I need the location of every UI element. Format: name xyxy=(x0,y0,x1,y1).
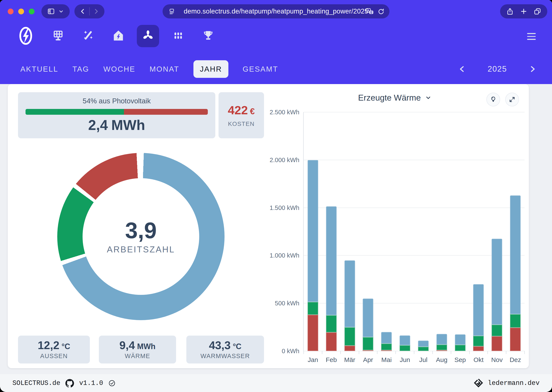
cop-label: ARBEITSZAHL xyxy=(107,245,175,254)
stacked-bar-Jan[interactable] xyxy=(307,160,318,351)
solectrus-logo[interactable] xyxy=(19,26,33,46)
bar-segment-red-bottom xyxy=(436,350,447,351)
main-content: 54% aus Photovoltaik 2,4 MWh 422 € KOSTE… xyxy=(0,84,552,368)
forward-button[interactable] xyxy=(93,8,99,15)
bar-segment-green-middle xyxy=(510,314,521,328)
back-button[interactable] xyxy=(79,8,86,15)
x-axis-tick xyxy=(359,351,359,354)
bar-segment-red-bottom xyxy=(326,332,337,351)
bar-segment-red-bottom xyxy=(363,350,373,351)
fullscreen-button[interactable] xyxy=(505,93,519,106)
lightbulb-icon xyxy=(489,96,497,103)
stacked-bar-Sep[interactable] xyxy=(455,334,466,351)
heat-value: 9,4 xyxy=(119,340,135,351)
heat-bar-chart[interactable]: 0 kWh500 kWh1.000 kWh1.500 kWh2.000 kWh2… xyxy=(303,112,524,351)
x-axis-tick xyxy=(451,351,451,354)
sidebar-item-top10[interactable] xyxy=(197,25,219,47)
stacked-bar-Jul[interactable] xyxy=(418,341,429,351)
bar-segment-green-middle xyxy=(307,302,318,315)
tab-gesamt[interactable]: GESAMT xyxy=(243,65,278,73)
gridline xyxy=(304,112,524,112)
y-axis-label: 2.500 kWh xyxy=(270,109,299,116)
bar-segment-blue-top xyxy=(381,332,392,344)
stacked-bar-Nov[interactable] xyxy=(491,239,502,351)
x-axis-label: Feb xyxy=(326,356,337,364)
sidebar-item-heatpump[interactable] xyxy=(137,25,159,47)
stacked-bar-Mai[interactable] xyxy=(381,332,392,351)
x-axis-label: Okt xyxy=(474,356,484,364)
tab-overview-icon[interactable] xyxy=(534,7,541,15)
chart-sensor-dropdown[interactable]: Erzeugte Wärme xyxy=(315,93,475,103)
address-bar[interactable]: demo.solectrus.de/heatpump/heatpump_heat… xyxy=(162,4,390,18)
x-axis-label: Sep xyxy=(454,356,466,364)
new-tab-icon[interactable] xyxy=(520,7,528,15)
energy-total: 2,4 MWh xyxy=(88,117,145,133)
bar-segment-green-middle xyxy=(455,345,466,351)
stacked-bar-Apr[interactable] xyxy=(363,299,373,351)
pv-progress-green xyxy=(26,109,124,115)
x-axis-tick xyxy=(506,351,506,354)
bar-segment-red-bottom xyxy=(473,346,484,351)
stacked-bar-Mär[interactable] xyxy=(344,260,355,351)
period-label: 2025 xyxy=(488,64,507,74)
stacked-bar-Aug[interactable] xyxy=(436,334,447,351)
x-axis-label: Dez xyxy=(510,356,521,364)
cop-donut-chart[interactable]: 3,9 ARBEITSZAHL xyxy=(57,153,224,320)
x-axis-label: Jul xyxy=(419,356,427,364)
version-label[interactable]: v1.1.0 xyxy=(79,379,103,387)
toolbar-right-group xyxy=(500,4,547,18)
tab-jahr[interactable]: JAHR xyxy=(193,60,228,78)
sidebar-item-solar[interactable] xyxy=(47,25,69,47)
previous-period-button[interactable] xyxy=(458,65,466,73)
x-axis-label: Jun xyxy=(400,356,410,364)
tab-aktuell[interactable]: AKTUELL xyxy=(20,65,58,73)
menu-icon[interactable] xyxy=(527,33,536,40)
share-icon[interactable] xyxy=(506,7,514,15)
tab-monat[interactable]: MONAT xyxy=(149,65,179,73)
next-period-button[interactable] xyxy=(528,65,537,73)
stacked-bar-Jun[interactable] xyxy=(399,335,410,351)
sidebar-item-house[interactable] xyxy=(107,25,130,47)
stacked-bar-Feb[interactable] xyxy=(326,206,337,351)
cost-panel: 422 € KOSTEN xyxy=(218,92,264,138)
sidebar-item-apps[interactable] xyxy=(167,25,189,47)
history-nav xyxy=(74,4,105,18)
bar-segment-green-middle xyxy=(363,337,373,350)
tab-tag[interactable]: TAG xyxy=(72,65,89,73)
minimize-button[interactable] xyxy=(18,9,24,14)
chevron-down-icon xyxy=(58,9,64,14)
hot-water-tile: 43,3°C WARMWASSER xyxy=(186,336,264,364)
sidebar-toggle[interactable] xyxy=(41,4,70,18)
heat-label: WÄRME xyxy=(125,353,150,360)
translate-icon[interactable]: A xyxy=(365,8,374,15)
bar-segment-blue-top xyxy=(307,160,318,302)
house-icon xyxy=(112,29,125,43)
reload-icon[interactable] xyxy=(377,8,385,15)
magic-wand-icon xyxy=(82,29,94,43)
cost-amount: 422 € xyxy=(228,103,255,117)
tab-woche[interactable]: WOCHE xyxy=(103,65,135,73)
github-icon[interactable] xyxy=(65,379,74,387)
x-axis-label: Apr xyxy=(363,356,373,364)
stacked-bar-Okt[interactable] xyxy=(473,284,484,351)
stacked-bar-Dez[interactable] xyxy=(510,195,521,351)
developer-link[interactable]: ledermann.dev xyxy=(488,379,539,387)
close-button[interactable] xyxy=(8,9,14,14)
tips-button[interactable] xyxy=(486,93,500,106)
footer-site-link[interactable]: SOLECTRUS.de xyxy=(13,379,60,387)
heatpump-fan-icon xyxy=(142,29,154,43)
outdoor-temp-tile: 12,2°C AUSSEN xyxy=(18,336,90,364)
footer: SOLECTRUS.de v1.1.0 ledermann.dev xyxy=(0,374,552,392)
ledermann-logo[interactable] xyxy=(474,378,483,388)
sidebar-item-essentials[interactable] xyxy=(77,25,99,47)
bar-segment-blue-top xyxy=(436,334,447,345)
page-icon[interactable] xyxy=(168,8,175,15)
url-text[interactable]: demo.solectrus.de/heatpump/heatpump_heat… xyxy=(184,7,368,15)
bar-segment-green-middle xyxy=(436,345,447,350)
zoom-button[interactable] xyxy=(29,9,35,14)
energy-unit: MWh xyxy=(111,117,145,133)
bar-segment-green-middle xyxy=(491,325,502,336)
bar-segment-blue-top xyxy=(491,239,502,325)
bar-segment-green-middle xyxy=(399,345,410,351)
bar-segment-blue-top xyxy=(418,341,429,347)
